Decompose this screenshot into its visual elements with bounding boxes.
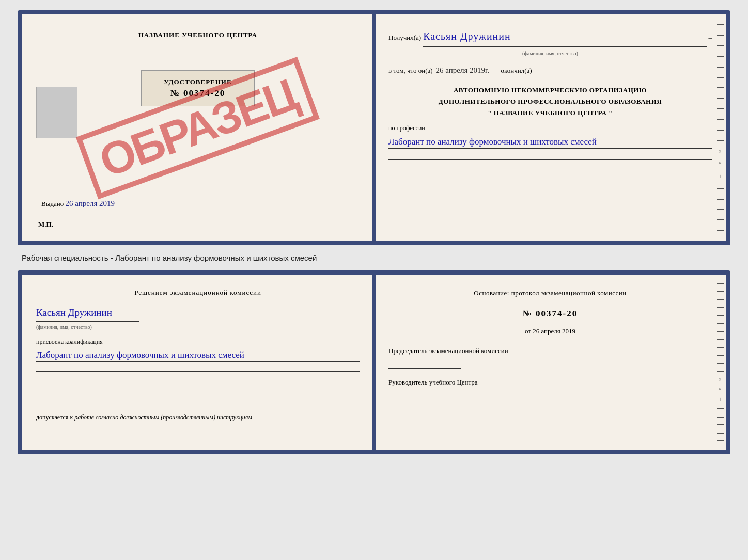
- dopusk-label: допускается к: [36, 413, 73, 421]
- spine-dash-b: [717, 283, 724, 284]
- top-right-half: Получил(а) Касьян Дружинин – (фамилия, и…: [374, 14, 726, 241]
- spine-dash: [717, 24, 724, 25]
- spine-dash-b: [717, 347, 724, 348]
- poluchil-line: Получил(а) Касьян Дружинин –: [388, 27, 712, 47]
- bottom-spine-dashes: и а ←: [715, 275, 726, 450]
- vydano-line: Выдано 26 апреля 2019: [36, 199, 360, 208]
- spine-dash-b: [717, 433, 724, 434]
- top-left-half: НАЗВАНИЕ УЧЕБНОГО ЦЕНТРА ОБРАЗЕЦ УДОСТОВ…: [22, 14, 374, 241]
- spine-dash-b: [717, 363, 724, 364]
- underline-2: [388, 164, 712, 171]
- spine-text-k: ←: [718, 174, 723, 179]
- bottom-document-card: Решением экзаменационной комиссии Касьян…: [18, 270, 730, 454]
- spine-dash: [717, 77, 724, 78]
- spine-dash: [717, 219, 724, 220]
- bottom-left-half: Решением экзаменационной комиссии Касьян…: [22, 275, 374, 450]
- fio-sublabel: (фамилия, имя, отчество): [388, 49, 712, 58]
- exam-fio: Касьян Дружинин: [36, 305, 139, 322]
- spine-dash: [717, 230, 724, 231]
- udost-number: № 00374-20: [170, 88, 226, 98]
- spine-dash: [717, 209, 724, 210]
- org-line1: АВТОНОМНУЮ НЕКОММЕРЧЕСКУЮ ОРГАНИЗАЦИЮ: [388, 85, 712, 96]
- top-document-card: НАЗВАНИЕ УЧЕБНОГО ЦЕНТРА ОБРАЗЕЦ УДОСТОВ…: [18, 10, 730, 245]
- udost-label: УДОСТОВЕРЕНИЕ: [151, 78, 245, 86]
- kvali-underline-2: [36, 374, 360, 381]
- dopuskaetsya-block: допускается к работе согласно должностны…: [36, 412, 360, 422]
- predsedatel-block: Председатель экзаменационной комиссии: [388, 346, 712, 368]
- prof-label: по профессии: [388, 123, 712, 134]
- spine-text-а: а: [718, 162, 723, 164]
- spine-dash-b: [717, 339, 724, 340]
- basis-right-content: Основание: протокол экзаменационной коми…: [388, 287, 712, 399]
- vydano-label: Выдано: [41, 200, 64, 207]
- spine-dash: [717, 56, 724, 57]
- spine-dash: [717, 130, 724, 131]
- dopusk-text: работе согласно должностным (производств…: [74, 413, 252, 421]
- spine-dash-b: [717, 371, 724, 372]
- spine-text-и: и: [718, 150, 723, 153]
- spine-dash: [717, 87, 724, 88]
- protocol-number: № 00374-20: [388, 306, 712, 322]
- exam-heading: Решением экзаменационной комиссии: [36, 287, 360, 298]
- spine-dash: [717, 199, 724, 200]
- fio-name: Касьян Дружинин: [423, 27, 706, 47]
- vydano-date: 26 апреля 2019: [66, 199, 115, 207]
- exam-fio-sub: (фамилия, имя, отчество): [36, 323, 360, 331]
- poluchil-label: Получил(а): [388, 31, 421, 43]
- org-block: АВТОНОМНУЮ НЕКОММЕРЧЕСКУЮ ОРГАНИЗАЦИЮ ДО…: [388, 85, 712, 119]
- spine-dash-b: [717, 331, 724, 332]
- spine-dash: [717, 45, 724, 46]
- predsedatel-label: Председатель экзаменационной комиссии: [388, 346, 712, 356]
- spine-dash-b: [717, 291, 724, 292]
- specialty-label: Рабочая специальность - Лаборант по анал…: [18, 251, 730, 264]
- mp-label: М.П.: [36, 220, 360, 229]
- okonchil-label: окончил(а): [501, 65, 532, 76]
- predsedatel-sig-line: [388, 358, 461, 369]
- spine-dash: [717, 67, 724, 68]
- page-wrapper: НАЗВАНИЕ УЧЕБНОГО ЦЕНТРА ОБРАЗЕЦ УДОСТОВ…: [18, 10, 730, 454]
- spine-dash-b: [717, 424, 724, 425]
- rukovod-label: Руководитель учебного Центра: [388, 378, 712, 387]
- kvali-handwritten: Лаборант по анализу формовочных и шихтов…: [36, 348, 360, 362]
- spine-dash: [717, 188, 724, 189]
- spine-dash: [717, 119, 724, 120]
- spine-dash-b: [717, 408, 724, 409]
- prof-handwritten: Лаборант по анализу формовочных и шихтов…: [388, 135, 712, 149]
- prisvoena-label: присвоена квалификация: [36, 337, 360, 347]
- spine-dash: [717, 98, 724, 99]
- org-line2: ДОПОЛНИТЕЛЬНОГО ПРОФЕССИОНАЛЬНОГО ОБРАЗО…: [388, 96, 712, 107]
- cert-title: НАЗВАНИЕ УЧЕБНОГО ЦЕНТРА: [36, 31, 360, 39]
- exam-left-content: Решением экзаменационной комиссии Касьян…: [36, 287, 360, 435]
- udost-box: УДОСТОВЕРЕНИЕ № 00374-20: [141, 70, 255, 106]
- vtom-date: 26 апреля 2019г.: [436, 63, 498, 78]
- vtom-label: в том, что он(а): [388, 65, 433, 76]
- spine-dash: [717, 140, 724, 141]
- spine-b-и: и: [718, 378, 723, 381]
- spine-dash-b: [717, 299, 724, 300]
- dopusk-underline: [36, 428, 360, 435]
- kvali-underline-1: [36, 364, 360, 372]
- spine-dash-b: [717, 323, 724, 324]
- ot-date: 26 апреля 2019: [533, 327, 575, 335]
- spine-dash-b: [717, 355, 724, 356]
- spine-dashes: и а ←: [715, 14, 726, 241]
- ot-date-line: от 26 апреля 2019: [388, 325, 712, 337]
- bottom-right-half: Основание: протокол экзаменационной коми…: [374, 275, 726, 450]
- spine-b-а: а: [718, 388, 723, 390]
- underline-1: [388, 153, 712, 160]
- org-name: " НАЗВАНИЕ УЧЕБНОГО ЦЕНТРА ": [388, 107, 712, 119]
- ot-prefix: от: [525, 327, 531, 335]
- spine-dash-b: [717, 417, 724, 418]
- top-right-content: Получил(а) Касьян Дружинин – (фамилия, и…: [388, 27, 712, 171]
- vtom-line: в том, что он(а) 26 апреля 2019г. окончи…: [388, 63, 712, 78]
- kvali-underline-3: [36, 384, 360, 391]
- rukovod-sig-line: [388, 389, 461, 399]
- spine-dash: [717, 35, 724, 36]
- spine-dash-b: [717, 440, 724, 441]
- spine-dash-b: [717, 315, 724, 316]
- rukovod-block: Руководитель учебного Центра: [388, 378, 712, 399]
- photo-placeholder: [36, 87, 77, 138]
- spine-dash-b: [717, 307, 724, 308]
- spine-dash: [717, 108, 724, 109]
- osnov-line: Основание: протокол экзаменационной коми…: [388, 287, 712, 299]
